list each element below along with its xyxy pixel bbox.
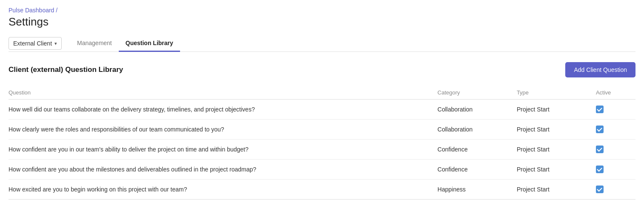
- table-row: How confident are you in our team's abil…: [9, 140, 635, 160]
- cell-category-4: Happiness: [438, 180, 517, 200]
- breadcrumb: Pulse Dashboard /: [9, 7, 635, 14]
- cell-category-3: Confidence: [438, 160, 517, 180]
- cell-active-1: [596, 120, 635, 140]
- cell-question-1: How clearly were the roles and responsib…: [9, 120, 438, 140]
- active-checkbox-1[interactable]: [596, 126, 630, 133]
- add-client-question-button[interactable]: Add Client Question: [565, 62, 635, 77]
- cell-active-4: [596, 180, 635, 200]
- table-row: How clearly were the roles and responsib…: [9, 120, 635, 140]
- checkbox-icon-4: [596, 186, 604, 193]
- cell-type-1: Project Start: [517, 120, 596, 140]
- cell-type-0: Project Start: [517, 100, 596, 120]
- tabs: Management Question Library: [70, 35, 180, 51]
- cell-category-0: Collaboration: [438, 100, 517, 120]
- col-header-question: Question: [9, 86, 438, 100]
- table-row: How well did our teams collaborate on th…: [9, 100, 635, 120]
- cell-category-2: Confidence: [438, 140, 517, 160]
- client-filter-label: External Client: [13, 40, 52, 47]
- active-checkbox-0[interactable]: [596, 106, 630, 113]
- col-header-category: Category: [438, 86, 517, 100]
- question-table: Question Category Type Active How well d…: [9, 86, 635, 200]
- chevron-down-icon: ▾: [54, 41, 57, 46]
- checkbox-icon-3: [596, 166, 604, 173]
- active-checkbox-3[interactable]: [596, 166, 630, 173]
- cell-type-4: Project Start: [517, 180, 596, 200]
- tabs-bar: External Client ▾ Management Question Li…: [9, 35, 635, 52]
- col-header-type: Type: [517, 86, 596, 100]
- checkbox-icon-2: [596, 146, 604, 153]
- cell-type-3: Project Start: [517, 160, 596, 180]
- tab-management[interactable]: Management: [70, 35, 119, 52]
- breadcrumb-separator: /: [56, 7, 57, 14]
- client-filter-dropdown[interactable]: External Client ▾: [9, 37, 62, 50]
- page-title: Settings: [9, 15, 635, 29]
- cell-active-0: [596, 100, 635, 120]
- active-checkbox-4[interactable]: [596, 186, 630, 193]
- cell-category-1: Collaboration: [438, 120, 517, 140]
- cell-active-2: [596, 140, 635, 160]
- content-header: Client (external) Question Library Add C…: [9, 62, 635, 77]
- cell-question-4: How excited are you to begin working on …: [9, 180, 438, 200]
- cell-type-2: Project Start: [517, 140, 596, 160]
- cell-active-3: [596, 160, 635, 180]
- section-title: Client (external) Question Library: [9, 66, 123, 74]
- tab-question-library[interactable]: Question Library: [119, 35, 180, 52]
- cell-question-2: How confident are you in our team's abil…: [9, 140, 438, 160]
- checkbox-icon-1: [596, 126, 604, 133]
- table-header-row: Question Category Type Active: [9, 86, 635, 100]
- cell-question-3: How confident are you about the mileston…: [9, 160, 438, 180]
- breadcrumb-link[interactable]: Pulse Dashboard: [9, 7, 54, 14]
- table-row: How confident are you about the mileston…: [9, 160, 635, 180]
- table-row: How excited are you to begin working on …: [9, 180, 635, 200]
- active-checkbox-2[interactable]: [596, 146, 630, 153]
- col-header-active: Active: [596, 86, 635, 100]
- page-container: Pulse Dashboard / Settings External Clie…: [0, 0, 644, 208]
- checkbox-icon-0: [596, 106, 604, 113]
- cell-question-0: How well did our teams collaborate on th…: [9, 100, 438, 120]
